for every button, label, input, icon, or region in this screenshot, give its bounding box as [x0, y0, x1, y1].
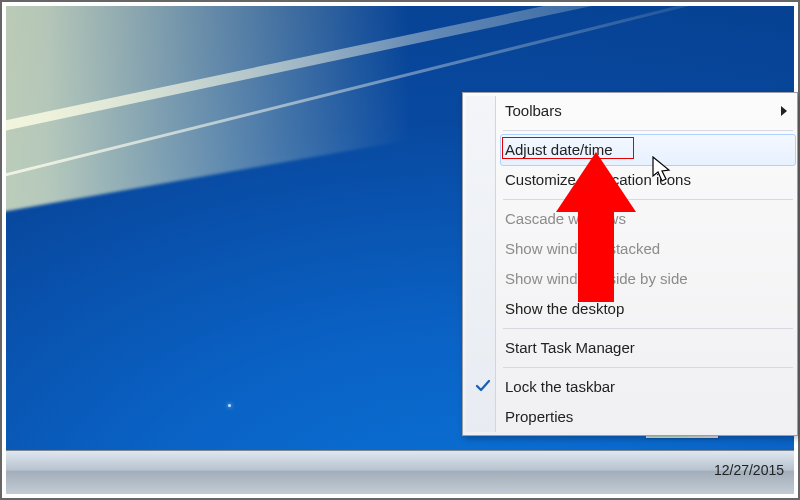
menu-item-show-windows-stacked: Show windows stacked [501, 234, 795, 264]
menu-item-adjust-datetime[interactable]: Adjust date/time [500, 134, 796, 166]
menu-separator [503, 130, 793, 131]
menu-separator [503, 367, 793, 368]
menu-item-show-the-desktop[interactable]: Show the desktop [501, 294, 795, 324]
menu-item-label: Cascade windows [505, 210, 626, 227]
menu-item-label: Lock the taskbar [505, 378, 615, 395]
menu-item-cascade-windows: Cascade windows [501, 204, 795, 234]
menu-item-toolbars[interactable]: Toolbars [501, 96, 795, 126]
taskbar[interactable]: 12/27/2015 [6, 450, 794, 494]
menu-item-label: Show windows side by side [505, 270, 688, 287]
menu-item-label: Show the desktop [505, 300, 624, 317]
menu-item-label: Customize notification icons [505, 171, 691, 188]
menu-item-properties[interactable]: Properties [501, 402, 795, 432]
taskbar-context-menu: Toolbars Adjust date/time Customize noti… [462, 92, 798, 436]
menu-item-start-task-manager[interactable]: Start Task Manager [501, 333, 795, 363]
menu-item-customize-notification-icons[interactable]: Customize notification icons [501, 165, 795, 195]
wallpaper-sparkle [228, 404, 231, 407]
menu-item-label: Start Task Manager [505, 339, 635, 356]
menu-item-label: Show windows stacked [505, 240, 660, 257]
menu-item-label: Toolbars [505, 102, 562, 119]
menu-separator [503, 328, 793, 329]
menu-item-label: Properties [505, 408, 573, 425]
menu-item-show-windows-sidebyside: Show windows side by side [501, 264, 795, 294]
menu-item-lock-the-taskbar[interactable]: Lock the taskbar [501, 372, 795, 402]
screenshot-frame: 12/27/2015 Toolbars Adjust date/time Cus… [0, 0, 800, 500]
menu-item-label: Adjust date/time [505, 141, 613, 158]
menu-separator [503, 199, 793, 200]
check-icon [475, 378, 491, 394]
chevron-right-icon [781, 106, 787, 116]
tray-date[interactable]: 12/27/2015 [714, 462, 784, 478]
